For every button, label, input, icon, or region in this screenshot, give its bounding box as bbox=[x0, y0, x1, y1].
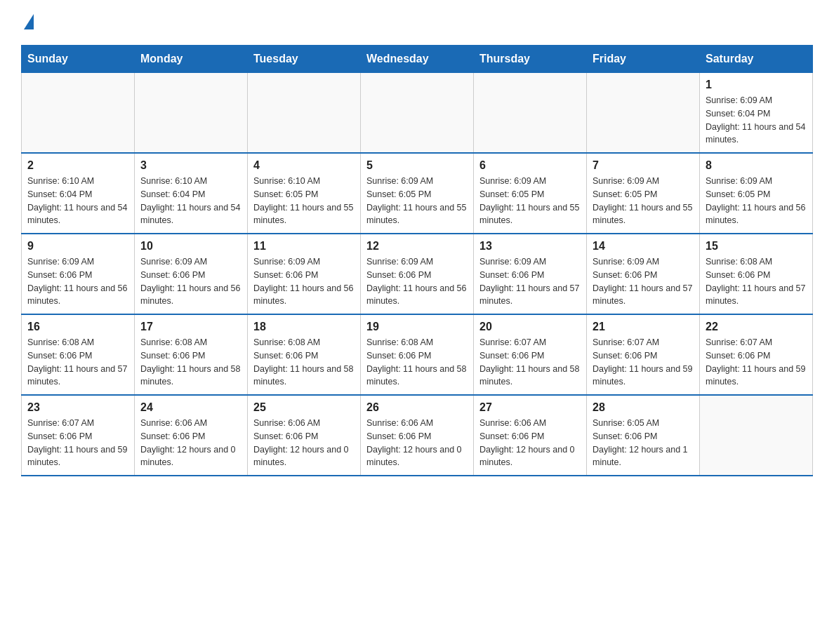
calendar-cell: 21Sunrise: 6:07 AMSunset: 6:06 PMDayligh… bbox=[587, 314, 700, 395]
day-number: 2 bbox=[27, 159, 128, 172]
day-of-week-header: Sunday bbox=[22, 46, 135, 73]
calendar-cell: 26Sunrise: 6:06 AMSunset: 6:06 PMDayligh… bbox=[361, 395, 474, 476]
day-info: Sunrise: 6:06 AMSunset: 6:06 PMDaylight:… bbox=[140, 417, 241, 469]
calendar-cell bbox=[700, 395, 813, 476]
calendar-week-row: 16Sunrise: 6:08 AMSunset: 6:06 PMDayligh… bbox=[22, 314, 813, 395]
calendar-table: SundayMondayTuesdayWednesdayThursdayFrid… bbox=[21, 45, 813, 476]
logo bbox=[21, 14, 34, 31]
day-number: 16 bbox=[27, 321, 128, 333]
page-header bbox=[21, 14, 813, 31]
calendar-cell: 4Sunrise: 6:10 AMSunset: 6:05 PMDaylight… bbox=[248, 153, 361, 234]
calendar-cell: 16Sunrise: 6:08 AMSunset: 6:06 PMDayligh… bbox=[22, 314, 135, 395]
day-number: 11 bbox=[253, 240, 355, 253]
calendar-cell: 23Sunrise: 6:07 AMSunset: 6:06 PMDayligh… bbox=[22, 395, 135, 476]
calendar-cell: 5Sunrise: 6:09 AMSunset: 6:05 PMDaylight… bbox=[361, 153, 474, 234]
calendar-cell bbox=[22, 73, 135, 154]
calendar-week-row: 9Sunrise: 6:09 AMSunset: 6:06 PMDaylight… bbox=[22, 234, 813, 314]
calendar-cell: 7Sunrise: 6:09 AMSunset: 6:05 PMDaylight… bbox=[587, 153, 700, 234]
day-info: Sunrise: 6:07 AMSunset: 6:06 PMDaylight:… bbox=[593, 336, 694, 389]
calendar-cell bbox=[248, 73, 361, 154]
day-number: 8 bbox=[706, 159, 807, 172]
day-number: 15 bbox=[706, 240, 807, 253]
day-info: Sunrise: 6:08 AMSunset: 6:06 PMDaylight:… bbox=[27, 336, 128, 389]
day-of-week-header: Tuesday bbox=[248, 46, 361, 73]
day-of-week-header: Monday bbox=[135, 46, 248, 73]
day-info: Sunrise: 6:09 AMSunset: 6:06 PMDaylight:… bbox=[140, 255, 241, 308]
day-info: Sunrise: 6:09 AMSunset: 6:06 PMDaylight:… bbox=[479, 255, 581, 308]
calendar-cell: 20Sunrise: 6:07 AMSunset: 6:06 PMDayligh… bbox=[474, 314, 587, 395]
day-info: Sunrise: 6:06 AMSunset: 6:06 PMDaylight:… bbox=[366, 417, 468, 469]
calendar-week-row: 2Sunrise: 6:10 AMSunset: 6:04 PMDaylight… bbox=[22, 153, 813, 234]
calendar-cell: 19Sunrise: 6:08 AMSunset: 6:06 PMDayligh… bbox=[361, 314, 474, 395]
day-info: Sunrise: 6:06 AMSunset: 6:06 PMDaylight:… bbox=[253, 417, 355, 469]
calendar-cell: 13Sunrise: 6:09 AMSunset: 6:06 PMDayligh… bbox=[474, 234, 587, 314]
day-of-week-header: Wednesday bbox=[361, 46, 474, 73]
day-number: 27 bbox=[479, 401, 581, 414]
calendar-cell: 9Sunrise: 6:09 AMSunset: 6:06 PMDaylight… bbox=[22, 234, 135, 314]
calendar-cell: 12Sunrise: 6:09 AMSunset: 6:06 PMDayligh… bbox=[361, 234, 474, 314]
calendar-cell: 28Sunrise: 6:05 AMSunset: 6:06 PMDayligh… bbox=[587, 395, 700, 476]
day-info: Sunrise: 6:09 AMSunset: 6:04 PMDaylight:… bbox=[706, 94, 807, 147]
day-of-week-header: Thursday bbox=[474, 46, 587, 73]
day-info: Sunrise: 6:08 AMSunset: 6:06 PMDaylight:… bbox=[140, 336, 241, 389]
day-number: 21 bbox=[593, 321, 694, 333]
calendar-cell: 14Sunrise: 6:09 AMSunset: 6:06 PMDayligh… bbox=[587, 234, 700, 314]
day-info: Sunrise: 6:09 AMSunset: 6:06 PMDaylight:… bbox=[593, 255, 694, 308]
day-info: Sunrise: 6:09 AMSunset: 6:05 PMDaylight:… bbox=[479, 175, 581, 227]
calendar-cell bbox=[361, 73, 474, 154]
day-number: 10 bbox=[140, 240, 241, 253]
calendar-cell: 2Sunrise: 6:10 AMSunset: 6:04 PMDaylight… bbox=[22, 153, 135, 234]
day-info: Sunrise: 6:10 AMSunset: 6:04 PMDaylight:… bbox=[27, 175, 128, 227]
calendar-cell: 8Sunrise: 6:09 AMSunset: 6:05 PMDaylight… bbox=[700, 153, 813, 234]
day-number: 28 bbox=[593, 401, 694, 414]
day-number: 5 bbox=[366, 159, 468, 172]
calendar-week-row: 1Sunrise: 6:09 AMSunset: 6:04 PMDaylight… bbox=[22, 73, 813, 154]
day-number: 19 bbox=[366, 321, 468, 333]
day-number: 23 bbox=[27, 401, 128, 414]
calendar-cell: 1Sunrise: 6:09 AMSunset: 6:04 PMDaylight… bbox=[700, 73, 813, 154]
day-number: 3 bbox=[140, 159, 241, 172]
day-of-week-header: Friday bbox=[587, 46, 700, 73]
day-number: 9 bbox=[27, 240, 128, 253]
calendar-cell: 3Sunrise: 6:10 AMSunset: 6:04 PMDaylight… bbox=[135, 153, 248, 234]
day-number: 7 bbox=[593, 159, 694, 172]
calendar-cell: 18Sunrise: 6:08 AMSunset: 6:06 PMDayligh… bbox=[248, 314, 361, 395]
day-info: Sunrise: 6:07 AMSunset: 6:06 PMDaylight:… bbox=[706, 336, 807, 389]
calendar-cell bbox=[474, 73, 587, 154]
day-number: 1 bbox=[706, 79, 807, 91]
day-info: Sunrise: 6:09 AMSunset: 6:05 PMDaylight:… bbox=[366, 175, 468, 227]
day-info: Sunrise: 6:09 AMSunset: 6:06 PMDaylight:… bbox=[27, 255, 128, 308]
calendar-cell: 11Sunrise: 6:09 AMSunset: 6:06 PMDayligh… bbox=[248, 234, 361, 314]
calendar-cell: 15Sunrise: 6:08 AMSunset: 6:06 PMDayligh… bbox=[700, 234, 813, 314]
day-info: Sunrise: 6:09 AMSunset: 6:06 PMDaylight:… bbox=[253, 255, 355, 308]
day-number: 12 bbox=[366, 240, 468, 253]
calendar-cell: 27Sunrise: 6:06 AMSunset: 6:06 PMDayligh… bbox=[474, 395, 587, 476]
calendar-week-row: 23Sunrise: 6:07 AMSunset: 6:06 PMDayligh… bbox=[22, 395, 813, 476]
day-info: Sunrise: 6:05 AMSunset: 6:06 PMDaylight:… bbox=[593, 417, 694, 469]
calendar-header-row: SundayMondayTuesdayWednesdayThursdayFrid… bbox=[22, 46, 813, 73]
day-number: 26 bbox=[366, 401, 468, 414]
calendar-cell bbox=[587, 73, 700, 154]
day-info: Sunrise: 6:07 AMSunset: 6:06 PMDaylight:… bbox=[27, 417, 128, 469]
day-number: 20 bbox=[479, 321, 581, 333]
day-info: Sunrise: 6:08 AMSunset: 6:06 PMDaylight:… bbox=[366, 336, 468, 389]
day-info: Sunrise: 6:08 AMSunset: 6:06 PMDaylight:… bbox=[253, 336, 355, 389]
day-number: 4 bbox=[253, 159, 355, 172]
day-of-week-header: Saturday bbox=[700, 46, 813, 73]
day-info: Sunrise: 6:10 AMSunset: 6:04 PMDaylight:… bbox=[140, 175, 241, 227]
calendar-cell: 10Sunrise: 6:09 AMSunset: 6:06 PMDayligh… bbox=[135, 234, 248, 314]
day-info: Sunrise: 6:06 AMSunset: 6:06 PMDaylight:… bbox=[479, 417, 581, 469]
logo-triangle-icon bbox=[24, 14, 34, 29]
day-number: 18 bbox=[253, 321, 355, 333]
day-info: Sunrise: 6:09 AMSunset: 6:05 PMDaylight:… bbox=[706, 175, 807, 227]
calendar-cell: 24Sunrise: 6:06 AMSunset: 6:06 PMDayligh… bbox=[135, 395, 248, 476]
day-info: Sunrise: 6:07 AMSunset: 6:06 PMDaylight:… bbox=[479, 336, 581, 389]
calendar-cell bbox=[135, 73, 248, 154]
day-info: Sunrise: 6:09 AMSunset: 6:06 PMDaylight:… bbox=[366, 255, 468, 308]
calendar-cell: 17Sunrise: 6:08 AMSunset: 6:06 PMDayligh… bbox=[135, 314, 248, 395]
day-number: 6 bbox=[479, 159, 581, 172]
calendar-cell: 22Sunrise: 6:07 AMSunset: 6:06 PMDayligh… bbox=[700, 314, 813, 395]
day-number: 13 bbox=[479, 240, 581, 253]
day-info: Sunrise: 6:08 AMSunset: 6:06 PMDaylight:… bbox=[706, 255, 807, 308]
calendar-cell: 6Sunrise: 6:09 AMSunset: 6:05 PMDaylight… bbox=[474, 153, 587, 234]
